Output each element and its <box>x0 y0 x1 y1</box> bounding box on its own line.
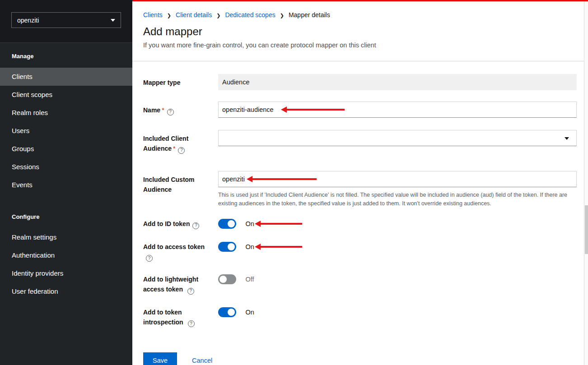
mapper-type-label: Mapper type <box>143 74 218 90</box>
page-title: Add mapper <box>143 25 577 38</box>
help-icon[interactable] <box>192 222 199 229</box>
content-header: Clients Client details Dedicated scopes … <box>132 1 588 61</box>
required-asterisk: * <box>173 145 175 152</box>
add-to-token-introspection-label: Add to token introspection <box>143 307 218 328</box>
sidebar-item-client-scopes[interactable]: Client scopes <box>0 86 132 104</box>
toggle-state-label: On <box>245 242 254 252</box>
mapper-type-row: Mapper type <box>143 74 577 90</box>
add-mapper-form: Mapper type Name* Included Clie <box>132 61 588 365</box>
add-to-id-token-toggle[interactable] <box>218 219 236 229</box>
add-to-access-token-label: Add to access token <box>143 242 218 262</box>
included-client-audience-label: Included Client Audience* <box>143 130 218 154</box>
breadcrumb-link-clients[interactable]: Clients <box>143 11 163 19</box>
sidebar-item-user-federation[interactable]: User federation <box>0 282 132 300</box>
add-to-access-token-toggle[interactable] <box>218 242 236 252</box>
page-subtitle: If you want more fine-grain control, you… <box>143 41 577 50</box>
breadcrumb: Clients Client details Dedicated scopes … <box>143 11 577 19</box>
save-button[interactable]: Save <box>143 352 177 365</box>
scrollbar-thumb[interactable] <box>585 205 588 254</box>
included-custom-audience-helper: This is used just if 'Included Client Au… <box>218 191 577 208</box>
included-custom-audience-row: Included Custom Audience This is used ju… <box>143 171 577 208</box>
included-custom-audience-field[interactable] <box>218 171 577 187</box>
vertical-scrollbar[interactable] <box>584 1 588 365</box>
realm-selector-value: openziti <box>17 17 39 24</box>
add-to-lightweight-access-token-label: Add to lightweight access token <box>143 274 218 295</box>
sidebar-item-groups[interactable]: Groups <box>0 140 132 158</box>
nav-section-title: Configure <box>0 194 132 228</box>
realm-selector-dropdown[interactable]: openziti <box>11 12 121 28</box>
help-icon[interactable] <box>178 147 185 154</box>
breadcrumb-separator-icon <box>216 11 220 19</box>
name-row: Name* <box>143 102 577 118</box>
name-field[interactable] <box>218 102 577 118</box>
help-icon[interactable] <box>167 109 174 116</box>
main-content: Clients Client details Dedicated scopes … <box>132 0 588 365</box>
toggle-state-label: On <box>245 219 254 229</box>
annotation-arrow <box>261 223 302 225</box>
annotation-arrow <box>261 246 302 248</box>
breadcrumb-link-client-details[interactable]: Client details <box>176 11 212 19</box>
add-to-access-token-row: Add to access token On <box>143 242 577 262</box>
app-window: openziti Manage Clients Client scopes Re… <box>0 0 588 365</box>
sidebar-item-identity-providers[interactable]: Identity providers <box>0 264 132 282</box>
included-custom-audience-label: Included Custom Audience <box>143 171 218 208</box>
form-actions: Save Cancel <box>143 352 577 365</box>
sidebar-item-users[interactable]: Users <box>0 122 132 140</box>
help-icon[interactable] <box>187 288 194 295</box>
breadcrumb-separator-icon <box>280 11 284 19</box>
included-client-audience-select[interactable] <box>218 130 577 146</box>
toggle-knob <box>228 220 235 227</box>
sidebar-nav: Manage Clients Client scopes Realm roles… <box>0 43 132 300</box>
nav-section-configure: Configure Realm settings Authentication … <box>0 194 132 300</box>
sidebar-item-authentication[interactable]: Authentication <box>0 246 132 264</box>
breadcrumb-current: Mapper details <box>289 11 330 19</box>
sidebar-item-events[interactable]: Events <box>0 176 132 194</box>
help-icon[interactable] <box>188 320 195 327</box>
nav-section-title: Manage <box>0 43 132 68</box>
sidebar-header: openziti <box>0 0 132 43</box>
mapper-type-field <box>218 74 577 90</box>
name-label: Name* <box>143 102 218 118</box>
chevron-down-icon <box>565 137 569 140</box>
sidebar-item-clients[interactable]: Clients <box>0 68 132 86</box>
toggle-knob <box>228 309 235 316</box>
breadcrumb-link-dedicated-scopes[interactable]: Dedicated scopes <box>225 11 275 19</box>
add-to-lightweight-access-token-row: Add to lightweight access token Off <box>143 274 577 295</box>
toggle-knob <box>228 243 235 250</box>
toggle-state-label: Off <box>245 274 254 284</box>
add-to-id-token-row: Add to ID token On <box>143 219 577 229</box>
cancel-link[interactable]: Cancel <box>192 357 212 364</box>
add-to-id-token-label: Add to ID token <box>143 219 218 229</box>
sidebar: openziti Manage Clients Client scopes Re… <box>0 0 132 365</box>
sidebar-item-sessions[interactable]: Sessions <box>0 158 132 176</box>
nav-section-manage: Manage Clients Client scopes Realm roles… <box>0 43 132 194</box>
chevron-down-icon <box>111 19 115 22</box>
toggle-state-label: On <box>245 307 254 317</box>
add-to-token-introspection-toggle[interactable] <box>218 307 236 317</box>
toggle-knob <box>219 276 227 283</box>
sidebar-item-realm-roles[interactable]: Realm roles <box>0 104 132 122</box>
add-to-lightweight-access-token-toggle[interactable] <box>218 274 236 284</box>
required-asterisk: * <box>162 106 164 114</box>
breadcrumb-separator-icon <box>167 11 171 19</box>
add-to-token-introspection-row: Add to token introspection On <box>143 307 577 328</box>
included-client-audience-row: Included Client Audience* <box>143 130 577 154</box>
help-icon[interactable] <box>146 255 153 262</box>
sidebar-item-realm-settings[interactable]: Realm settings <box>0 228 132 246</box>
